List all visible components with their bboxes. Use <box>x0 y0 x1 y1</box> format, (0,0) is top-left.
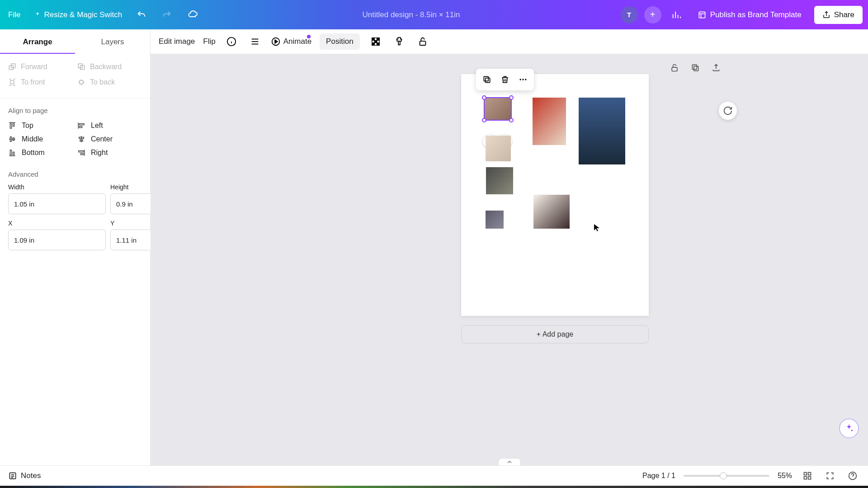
to-front-icon <box>8 78 16 86</box>
align-right-button[interactable]: Right <box>77 149 142 157</box>
svg-point-39 <box>525 79 526 80</box>
undo-button[interactable] <box>133 6 150 23</box>
align-bottom-button[interactable]: Bottom <box>8 149 73 157</box>
copy-style-button[interactable] <box>392 34 407 49</box>
resize-magic-switch-button[interactable]: Resize & Magic Switch <box>31 7 125 23</box>
svg-rect-26 <box>372 38 374 41</box>
svg-rect-10 <box>80 127 82 128</box>
svg-rect-43 <box>804 477 807 479</box>
canvas-image[interactable] <box>533 195 570 229</box>
backward-label: Backward <box>90 63 122 71</box>
duplicate-page-button[interactable] <box>688 61 703 75</box>
align-top-icon <box>8 122 16 130</box>
delete-button[interactable] <box>497 71 513 88</box>
regenerate-button[interactable] <box>719 102 737 120</box>
svg-rect-0 <box>699 12 705 18</box>
redo-button[interactable] <box>158 6 175 23</box>
share-icon <box>822 11 830 19</box>
canvas-image[interactable] <box>486 211 504 229</box>
align-bottom-label: Bottom <box>22 149 45 157</box>
canvas-image[interactable] <box>486 136 511 161</box>
tab-layers[interactable]: Layers <box>75 29 150 54</box>
svg-rect-9 <box>80 124 85 125</box>
advanced-section-title: Advanced <box>0 162 150 180</box>
more-button[interactable] <box>515 71 531 88</box>
context-toolbar: Edit image Flip Animate Position <box>151 29 868 54</box>
page-lock-button[interactable] <box>667 61 682 75</box>
x-input[interactable] <box>8 230 106 250</box>
svg-rect-16 <box>13 152 14 155</box>
duplicate-button[interactable] <box>479 71 495 88</box>
analytics-button[interactable] <box>668 6 685 23</box>
to-back-label: To back <box>90 78 115 86</box>
resize-handle-sw[interactable] <box>482 118 486 122</box>
to-back-icon <box>77 78 85 86</box>
file-menu-button[interactable]: File <box>5 7 23 23</box>
main: Arrange Layers Forward Backward To front… <box>0 29 868 465</box>
magic-fab-button[interactable] <box>839 418 859 438</box>
zoom-thumb[interactable] <box>720 472 727 479</box>
share-button[interactable]: Share <box>814 6 863 24</box>
notes-button[interactable]: Notes <box>8 471 41 480</box>
svg-rect-41 <box>804 473 807 475</box>
document-title[interactable]: Untitled design - 8.5in × 11in <box>202 10 620 19</box>
zoom-slider[interactable] <box>684 475 769 477</box>
info-button[interactable] <box>224 34 239 49</box>
align-center-label: Center <box>91 135 113 143</box>
cloud-sync-button[interactable] <box>184 6 202 24</box>
align-left-button[interactable]: Left <box>77 122 142 130</box>
svg-rect-42 <box>808 473 811 475</box>
align-left-icon <box>77 122 85 130</box>
svg-rect-5 <box>10 80 14 84</box>
svg-point-37 <box>520 79 521 80</box>
export-page-button[interactable] <box>709 61 723 75</box>
share-label: Share <box>834 10 854 19</box>
align-top-label: Top <box>22 122 33 130</box>
flip-button[interactable]: Flip <box>203 37 215 46</box>
canvas-image[interactable] <box>486 167 513 194</box>
page-1[interactable] <box>461 74 649 316</box>
publish-label: Publish as Brand Template <box>710 10 802 19</box>
resize-handle-se[interactable] <box>509 118 514 122</box>
transparency-button[interactable] <box>368 34 383 49</box>
add-page-button[interactable]: + Add page <box>461 325 649 343</box>
svg-rect-30 <box>377 43 379 46</box>
page-indicator[interactable]: Page 1 / 1 <box>642 472 675 480</box>
align-center-icon <box>77 135 85 143</box>
user-avatar[interactable]: T <box>621 6 638 23</box>
svg-rect-33 <box>694 66 698 71</box>
width-input[interactable] <box>8 193 106 214</box>
help-button[interactable] <box>845 469 860 483</box>
canvas-viewport[interactable]: + Add page <box>151 54 868 465</box>
align-center-button[interactable]: Center <box>77 135 142 143</box>
tab-arrange[interactable]: Arrange <box>0 29 75 54</box>
list-button[interactable] <box>247 34 263 49</box>
forward-label: Forward <box>21 63 47 71</box>
layer-actions: Forward Backward To front To back <box>0 54 150 99</box>
align-middle-button[interactable]: Middle <box>8 135 73 143</box>
add-collaborator-button[interactable]: + <box>644 6 661 23</box>
canvas-image[interactable] <box>579 98 625 164</box>
align-middle-label: Middle <box>22 135 43 143</box>
align-left-label: Left <box>91 122 103 130</box>
backward-button: Backward <box>77 60 142 74</box>
animate-button[interactable]: Animate <box>271 34 311 49</box>
canvas-image-selected[interactable] <box>485 98 511 120</box>
lock-button[interactable] <box>415 34 430 49</box>
expand-tray-button[interactable] <box>498 458 521 465</box>
publish-brand-template-button[interactable]: Publish as Brand Template <box>691 7 808 23</box>
svg-rect-35 <box>486 78 490 83</box>
grid-view-button[interactable] <box>800 469 815 483</box>
edit-image-button[interactable]: Edit image <box>159 37 195 46</box>
resize-label: Resize & Magic Switch <box>44 10 122 19</box>
fullscreen-button[interactable] <box>823 469 837 483</box>
resize-handle-ne[interactable] <box>509 95 514 100</box>
svg-rect-32 <box>672 67 677 71</box>
align-top-button[interactable]: Top <box>8 122 73 130</box>
position-button[interactable]: Position <box>320 33 359 50</box>
svg-rect-34 <box>692 65 697 69</box>
svg-rect-17 <box>79 151 84 152</box>
zoom-value[interactable]: 55% <box>778 472 792 480</box>
canvas-image[interactable] <box>533 98 566 145</box>
resize-handle-nw[interactable] <box>482 95 486 100</box>
